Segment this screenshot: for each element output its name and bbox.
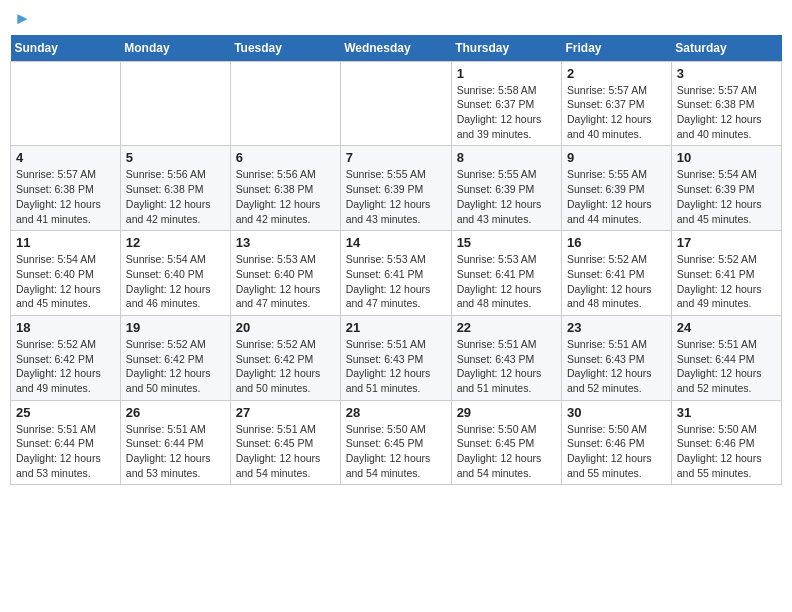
day-number: 4 bbox=[16, 150, 115, 165]
day-info: Sunrise: 5:53 AM Sunset: 6:41 PM Dayligh… bbox=[457, 252, 556, 311]
calendar-cell: 29Sunrise: 5:50 AM Sunset: 6:45 PM Dayli… bbox=[451, 400, 561, 485]
day-number: 24 bbox=[677, 320, 776, 335]
calendar-cell: 3Sunrise: 5:57 AM Sunset: 6:38 PM Daylig… bbox=[671, 61, 781, 146]
calendar-header-row: SundayMondayTuesdayWednesdayThursdayFrid… bbox=[11, 35, 782, 62]
day-info: Sunrise: 5:51 AM Sunset: 6:43 PM Dayligh… bbox=[567, 337, 666, 396]
day-number: 22 bbox=[457, 320, 556, 335]
calendar-cell bbox=[230, 61, 340, 146]
calendar-cell: 20Sunrise: 5:52 AM Sunset: 6:42 PM Dayli… bbox=[230, 315, 340, 400]
day-number: 23 bbox=[567, 320, 666, 335]
day-number: 12 bbox=[126, 235, 225, 250]
day-info: Sunrise: 5:58 AM Sunset: 6:37 PM Dayligh… bbox=[457, 83, 556, 142]
day-info: Sunrise: 5:57 AM Sunset: 6:38 PM Dayligh… bbox=[16, 167, 115, 226]
day-info: Sunrise: 5:50 AM Sunset: 6:46 PM Dayligh… bbox=[677, 422, 776, 481]
day-number: 8 bbox=[457, 150, 556, 165]
day-info: Sunrise: 5:54 AM Sunset: 6:39 PM Dayligh… bbox=[677, 167, 776, 226]
day-info: Sunrise: 5:51 AM Sunset: 6:44 PM Dayligh… bbox=[126, 422, 225, 481]
day-number: 16 bbox=[567, 235, 666, 250]
calendar-cell: 9Sunrise: 5:55 AM Sunset: 6:39 PM Daylig… bbox=[561, 146, 671, 231]
calendar-cell: 12Sunrise: 5:54 AM Sunset: 6:40 PM Dayli… bbox=[120, 231, 230, 316]
calendar-week-row: 11Sunrise: 5:54 AM Sunset: 6:40 PM Dayli… bbox=[11, 231, 782, 316]
calendar-week-row: 25Sunrise: 5:51 AM Sunset: 6:44 PM Dayli… bbox=[11, 400, 782, 485]
logo: ► bbox=[14, 10, 31, 29]
day-info: Sunrise: 5:50 AM Sunset: 6:45 PM Dayligh… bbox=[457, 422, 556, 481]
day-number: 21 bbox=[346, 320, 446, 335]
calendar-week-row: 4Sunrise: 5:57 AM Sunset: 6:38 PM Daylig… bbox=[11, 146, 782, 231]
calendar-cell: 4Sunrise: 5:57 AM Sunset: 6:38 PM Daylig… bbox=[11, 146, 121, 231]
calendar-cell bbox=[120, 61, 230, 146]
calendar-cell: 31Sunrise: 5:50 AM Sunset: 6:46 PM Dayli… bbox=[671, 400, 781, 485]
weekday-header-thursday: Thursday bbox=[451, 35, 561, 62]
day-info: Sunrise: 5:52 AM Sunset: 6:42 PM Dayligh… bbox=[16, 337, 115, 396]
day-number: 14 bbox=[346, 235, 446, 250]
day-number: 11 bbox=[16, 235, 115, 250]
day-info: Sunrise: 5:56 AM Sunset: 6:38 PM Dayligh… bbox=[236, 167, 335, 226]
calendar-cell: 14Sunrise: 5:53 AM Sunset: 6:41 PM Dayli… bbox=[340, 231, 451, 316]
calendar-cell: 30Sunrise: 5:50 AM Sunset: 6:46 PM Dayli… bbox=[561, 400, 671, 485]
day-info: Sunrise: 5:57 AM Sunset: 6:38 PM Dayligh… bbox=[677, 83, 776, 142]
weekday-header-tuesday: Tuesday bbox=[230, 35, 340, 62]
calendar-cell: 10Sunrise: 5:54 AM Sunset: 6:39 PM Dayli… bbox=[671, 146, 781, 231]
calendar-cell bbox=[340, 61, 451, 146]
day-number: 27 bbox=[236, 405, 335, 420]
calendar-cell: 23Sunrise: 5:51 AM Sunset: 6:43 PM Dayli… bbox=[561, 315, 671, 400]
calendar-table: SundayMondayTuesdayWednesdayThursdayFrid… bbox=[10, 35, 782, 486]
calendar-cell bbox=[11, 61, 121, 146]
day-number: 31 bbox=[677, 405, 776, 420]
day-info: Sunrise: 5:53 AM Sunset: 6:40 PM Dayligh… bbox=[236, 252, 335, 311]
day-info: Sunrise: 5:52 AM Sunset: 6:41 PM Dayligh… bbox=[567, 252, 666, 311]
day-number: 3 bbox=[677, 66, 776, 81]
day-number: 10 bbox=[677, 150, 776, 165]
day-info: Sunrise: 5:55 AM Sunset: 6:39 PM Dayligh… bbox=[346, 167, 446, 226]
day-info: Sunrise: 5:54 AM Sunset: 6:40 PM Dayligh… bbox=[16, 252, 115, 311]
calendar-cell: 22Sunrise: 5:51 AM Sunset: 6:43 PM Dayli… bbox=[451, 315, 561, 400]
calendar-cell: 13Sunrise: 5:53 AM Sunset: 6:40 PM Dayli… bbox=[230, 231, 340, 316]
day-number: 2 bbox=[567, 66, 666, 81]
day-info: Sunrise: 5:51 AM Sunset: 6:44 PM Dayligh… bbox=[677, 337, 776, 396]
calendar-cell: 26Sunrise: 5:51 AM Sunset: 6:44 PM Dayli… bbox=[120, 400, 230, 485]
calendar-cell: 24Sunrise: 5:51 AM Sunset: 6:44 PM Dayli… bbox=[671, 315, 781, 400]
calendar-cell: 28Sunrise: 5:50 AM Sunset: 6:45 PM Dayli… bbox=[340, 400, 451, 485]
calendar-cell: 16Sunrise: 5:52 AM Sunset: 6:41 PM Dayli… bbox=[561, 231, 671, 316]
weekday-header-friday: Friday bbox=[561, 35, 671, 62]
day-number: 25 bbox=[16, 405, 115, 420]
weekday-header-saturday: Saturday bbox=[671, 35, 781, 62]
calendar-cell: 17Sunrise: 5:52 AM Sunset: 6:41 PM Dayli… bbox=[671, 231, 781, 316]
calendar-week-row: 1Sunrise: 5:58 AM Sunset: 6:37 PM Daylig… bbox=[11, 61, 782, 146]
day-number: 15 bbox=[457, 235, 556, 250]
weekday-header-wednesday: Wednesday bbox=[340, 35, 451, 62]
calendar-cell: 25Sunrise: 5:51 AM Sunset: 6:44 PM Dayli… bbox=[11, 400, 121, 485]
day-info: Sunrise: 5:55 AM Sunset: 6:39 PM Dayligh… bbox=[567, 167, 666, 226]
day-info: Sunrise: 5:56 AM Sunset: 6:38 PM Dayligh… bbox=[126, 167, 225, 226]
day-number: 5 bbox=[126, 150, 225, 165]
day-info: Sunrise: 5:51 AM Sunset: 6:44 PM Dayligh… bbox=[16, 422, 115, 481]
day-number: 1 bbox=[457, 66, 556, 81]
day-info: Sunrise: 5:54 AM Sunset: 6:40 PM Dayligh… bbox=[126, 252, 225, 311]
day-info: Sunrise: 5:52 AM Sunset: 6:42 PM Dayligh… bbox=[126, 337, 225, 396]
weekday-header-monday: Monday bbox=[120, 35, 230, 62]
day-info: Sunrise: 5:52 AM Sunset: 6:42 PM Dayligh… bbox=[236, 337, 335, 396]
calendar-cell: 5Sunrise: 5:56 AM Sunset: 6:38 PM Daylig… bbox=[120, 146, 230, 231]
day-number: 13 bbox=[236, 235, 335, 250]
day-number: 7 bbox=[346, 150, 446, 165]
day-number: 26 bbox=[126, 405, 225, 420]
day-number: 29 bbox=[457, 405, 556, 420]
day-number: 9 bbox=[567, 150, 666, 165]
calendar-cell: 7Sunrise: 5:55 AM Sunset: 6:39 PM Daylig… bbox=[340, 146, 451, 231]
calendar-cell: 15Sunrise: 5:53 AM Sunset: 6:41 PM Dayli… bbox=[451, 231, 561, 316]
day-info: Sunrise: 5:50 AM Sunset: 6:46 PM Dayligh… bbox=[567, 422, 666, 481]
day-info: Sunrise: 5:51 AM Sunset: 6:45 PM Dayligh… bbox=[236, 422, 335, 481]
calendar-cell: 19Sunrise: 5:52 AM Sunset: 6:42 PM Dayli… bbox=[120, 315, 230, 400]
calendar-cell: 21Sunrise: 5:51 AM Sunset: 6:43 PM Dayli… bbox=[340, 315, 451, 400]
day-info: Sunrise: 5:50 AM Sunset: 6:45 PM Dayligh… bbox=[346, 422, 446, 481]
day-number: 20 bbox=[236, 320, 335, 335]
day-number: 19 bbox=[126, 320, 225, 335]
calendar-cell: 27Sunrise: 5:51 AM Sunset: 6:45 PM Dayli… bbox=[230, 400, 340, 485]
calendar-cell: 1Sunrise: 5:58 AM Sunset: 6:37 PM Daylig… bbox=[451, 61, 561, 146]
calendar-cell: 6Sunrise: 5:56 AM Sunset: 6:38 PM Daylig… bbox=[230, 146, 340, 231]
day-number: 30 bbox=[567, 405, 666, 420]
day-info: Sunrise: 5:51 AM Sunset: 6:43 PM Dayligh… bbox=[457, 337, 556, 396]
day-number: 6 bbox=[236, 150, 335, 165]
day-info: Sunrise: 5:53 AM Sunset: 6:41 PM Dayligh… bbox=[346, 252, 446, 311]
page-header: ► bbox=[10, 10, 782, 29]
